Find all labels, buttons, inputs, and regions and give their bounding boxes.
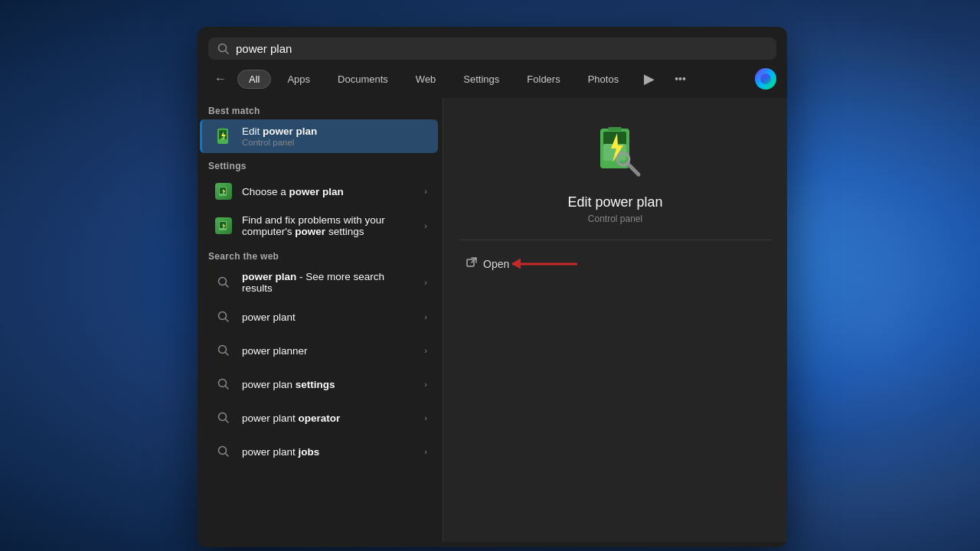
web-item-3-arrow: › [424,346,427,355]
web-item-power-plant-jobs[interactable]: power plant jobs › [202,435,438,468]
filter-tabs: ← All Apps Documents Web Settings Folder… [198,60,787,98]
best-match-icon [213,126,234,147]
red-arrow-annotation [512,262,577,265]
web-item-2-text: power plant [242,311,416,323]
web-item-5-text: power plant operator [242,412,416,424]
search-input[interactable] [236,42,767,55]
settings-item-choose-power-plan[interactable]: Choose a power plan › [202,174,438,208]
tab-documents[interactable]: Documents [326,70,400,89]
tab-settings[interactable]: Settings [452,70,511,89]
best-match-text: Edit power plan Control panel [242,126,427,147]
web-item-5-arrow: › [424,413,427,422]
web-item-3-title: power planner [242,345,416,357]
best-match-subtitle: Control panel [242,138,427,147]
settings-label: Settings [198,153,443,174]
settings-choose-power-plan-text: Choose a power plan [242,186,416,197]
search-icon [217,43,230,55]
web-item-power-plan-settings[interactable]: power plan settings › [202,367,438,401]
settings-find-fix-arrow: › [424,221,427,230]
tab-photos[interactable]: Photos [577,70,630,89]
web-item-1-title: power plan - See more search results [242,271,416,294]
svg-line-1 [226,51,229,54]
settings-find-fix-title: Find and fix problems with your computer… [242,214,416,237]
best-match-item[interactable]: Edit power plan Control panel [200,119,438,153]
right-app-subtitle: Control panel [588,214,642,224]
web-search-icon-4 [213,373,234,395]
svg-line-17 [226,319,229,322]
best-match-label: Best match [198,98,443,119]
web-item-1-text: power plan - See more search results [242,271,416,294]
web-search-icon-3 [213,340,234,361]
svg-rect-6 [220,128,225,129]
search-bar [208,37,776,60]
open-button[interactable]: Open [459,253,772,275]
web-item-4-title: power plan settings [242,379,416,390]
web-item-4-text: power plan settings [242,379,416,390]
web-item-power-plant-operator[interactable]: power plant operator › [202,401,438,435]
right-app-title: Edit power plan [567,194,662,210]
content-area: Best match Edit power plan [198,98,787,542]
web-item-power-planner[interactable]: power planner › [202,334,438,367]
web-item-2-title: power plant [242,311,416,323]
open-link-icon [466,257,477,270]
web-item-3-text: power planner [242,345,416,357]
web-item-6-text: power plant jobs [242,446,416,458]
settings-power-plan-icon [213,181,234,202]
tab-all[interactable]: All [237,70,271,89]
ellipsis-button[interactable]: ••• [668,70,692,88]
svg-line-31 [627,163,639,174]
svg-point-2 [760,73,771,84]
settings-item-find-fix[interactable]: Find and fix problems with your computer… [202,208,438,243]
settings-choose-power-plan-arrow: › [424,187,427,196]
svg-line-21 [226,386,229,390]
svg-rect-28 [608,127,622,131]
web-search-icon-5 [213,407,234,429]
left-panel: Best match Edit power plan [198,98,443,542]
best-match-title: Edit power plan [242,126,427,137]
svg-line-15 [226,285,229,288]
search-panel: ← All Apps Documents Web Settings Folder… [198,27,787,547]
web-item-5-title: power plant operator [242,412,416,424]
tab-folders[interactable]: Folders [515,70,571,89]
web-item-2-arrow: › [424,312,427,321]
web-item-4-arrow: › [424,380,427,389]
app-icon-large [585,121,646,182]
action-area: Open [459,253,772,275]
web-search-icon-2 [213,306,234,328]
svg-line-25 [226,454,229,457]
web-item-6-title: power plant jobs [242,446,416,458]
web-item-1-arrow: › [424,278,427,287]
svg-line-23 [226,420,229,423]
more-button[interactable]: ▶ [638,67,661,90]
tab-apps[interactable]: Apps [276,70,322,89]
settings-find-fix-text: Find and fix problems with your computer… [242,214,416,237]
settings-find-fix-icon [213,215,234,236]
web-item-power-plan-more[interactable]: power plan - See more search results › [202,265,438,300]
web-search-icon-1 [213,272,234,293]
settings-choose-power-plan-title: Choose a power plan [242,186,416,197]
web-item-power-plant[interactable]: power plant › [202,300,438,334]
right-panel: Edit power plan Control panel Open [443,98,787,542]
copilot-icon[interactable] [755,68,776,90]
right-panel-divider [459,240,772,240]
back-button[interactable]: ← [208,69,233,89]
web-section-label: Search the web [198,243,443,265]
web-item-6-arrow: › [424,447,427,456]
svg-line-19 [226,353,229,356]
web-search-icon-6 [213,441,234,462]
tab-web[interactable]: Web [404,70,448,89]
open-label: Open [483,258,509,270]
